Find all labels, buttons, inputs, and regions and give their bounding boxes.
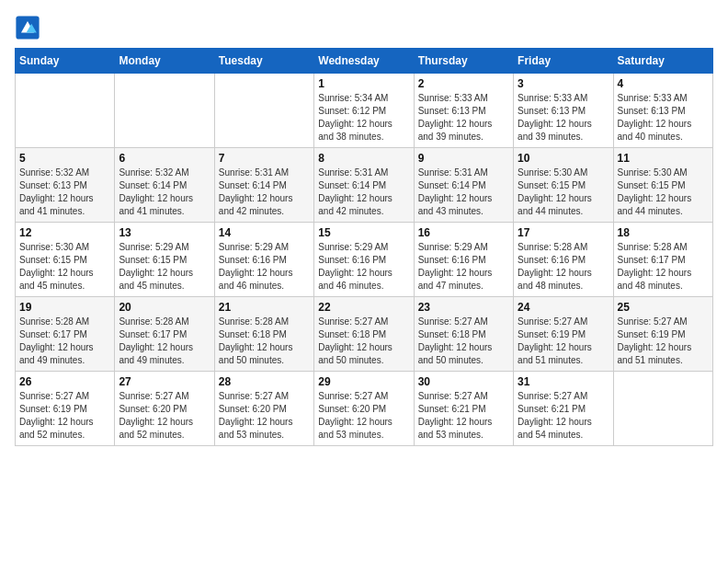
logo <box>15 15 44 40</box>
calendar-day-cell: 2Sunrise: 5:33 AM Sunset: 6:13 PM Daylig… <box>414 74 513 148</box>
day-info: Sunrise: 5:29 AM Sunset: 6:16 PM Dayligh… <box>418 241 509 293</box>
day-info: Sunrise: 5:27 AM Sunset: 6:19 PM Dayligh… <box>618 316 709 367</box>
day-number: 6 <box>119 152 210 165</box>
day-info: Sunrise: 5:31 AM Sunset: 6:14 PM Dayligh… <box>318 167 409 218</box>
calendar-day-cell: 28Sunrise: 5:27 AM Sunset: 6:20 PM Dayli… <box>214 372 313 446</box>
day-number: 3 <box>518 77 609 90</box>
day-info: Sunrise: 5:30 AM Sunset: 6:15 PM Dayligh… <box>618 167 709 218</box>
calendar-day-cell: 12Sunrise: 5:30 AM Sunset: 6:15 PM Dayli… <box>16 223 115 297</box>
day-info: Sunrise: 5:27 AM Sunset: 6:18 PM Dayligh… <box>318 316 409 367</box>
day-info: Sunrise: 5:27 AM Sunset: 6:21 PM Dayligh… <box>418 390 509 442</box>
day-number: 9 <box>418 152 509 165</box>
calendar-day-cell: 1Sunrise: 5:34 AM Sunset: 6:12 PM Daylig… <box>314 74 414 148</box>
weekday-header: Friday <box>514 49 613 74</box>
day-number: 23 <box>418 301 509 314</box>
calendar-day-cell: 24Sunrise: 5:27 AM Sunset: 6:19 PM Dayli… <box>514 297 613 372</box>
day-number: 12 <box>19 226 110 239</box>
calendar-day-cell: 26Sunrise: 5:27 AM Sunset: 6:19 PM Dayli… <box>16 372 115 446</box>
calendar-day-cell: 29Sunrise: 5:27 AM Sunset: 6:20 PM Dayli… <box>314 372 414 446</box>
calendar-day-cell: 31Sunrise: 5:27 AM Sunset: 6:21 PM Dayli… <box>514 372 613 446</box>
day-number: 26 <box>19 375 110 388</box>
day-number: 29 <box>318 375 409 388</box>
day-info: Sunrise: 5:28 AM Sunset: 6:16 PM Dayligh… <box>518 241 609 293</box>
day-info: Sunrise: 5:31 AM Sunset: 6:14 PM Dayligh… <box>418 167 509 218</box>
page-header <box>15 15 713 40</box>
weekday-header: Tuesday <box>214 49 313 74</box>
logo-icon <box>15 15 40 40</box>
calendar-day-cell: 9Sunrise: 5:31 AM Sunset: 6:14 PM Daylig… <box>414 148 513 223</box>
calendar-day-cell: 23Sunrise: 5:27 AM Sunset: 6:18 PM Dayli… <box>414 297 513 372</box>
calendar-day-cell: 21Sunrise: 5:28 AM Sunset: 6:18 PM Dayli… <box>214 297 313 372</box>
day-info: Sunrise: 5:29 AM Sunset: 6:16 PM Dayligh… <box>219 241 310 293</box>
day-number: 25 <box>618 301 709 314</box>
day-info: Sunrise: 5:27 AM Sunset: 6:20 PM Dayligh… <box>119 390 210 442</box>
day-number: 18 <box>618 226 709 239</box>
day-info: Sunrise: 5:27 AM Sunset: 6:21 PM Dayligh… <box>518 390 609 442</box>
calendar-day-cell: 7Sunrise: 5:31 AM Sunset: 6:14 PM Daylig… <box>214 148 313 223</box>
weekday-header: Saturday <box>613 49 712 74</box>
calendar-day-cell: 27Sunrise: 5:27 AM Sunset: 6:20 PM Dayli… <box>115 372 214 446</box>
day-info: Sunrise: 5:28 AM Sunset: 6:17 PM Dayligh… <box>119 316 210 367</box>
day-number: 13 <box>119 226 210 239</box>
day-number: 11 <box>618 152 709 165</box>
day-number: 2 <box>418 77 509 90</box>
calendar-day-cell: 8Sunrise: 5:31 AM Sunset: 6:14 PM Daylig… <box>314 148 414 223</box>
calendar-day-cell: 16Sunrise: 5:29 AM Sunset: 6:16 PM Dayli… <box>414 223 513 297</box>
calendar-week-row: 1Sunrise: 5:34 AM Sunset: 6:12 PM Daylig… <box>16 74 713 148</box>
day-info: Sunrise: 5:31 AM Sunset: 6:14 PM Dayligh… <box>219 167 310 218</box>
day-number: 10 <box>518 152 609 165</box>
weekday-header: Monday <box>115 49 214 74</box>
calendar-table: SundayMondayTuesdayWednesdayThursdayFrid… <box>15 48 713 446</box>
calendar-day-cell: 19Sunrise: 5:28 AM Sunset: 6:17 PM Dayli… <box>16 297 115 372</box>
day-number: 15 <box>318 226 409 239</box>
day-number: 17 <box>518 226 609 239</box>
day-number: 24 <box>518 301 609 314</box>
day-info: Sunrise: 5:27 AM Sunset: 6:20 PM Dayligh… <box>219 390 310 442</box>
day-info: Sunrise: 5:32 AM Sunset: 6:14 PM Dayligh… <box>119 167 210 218</box>
calendar-day-cell: 30Sunrise: 5:27 AM Sunset: 6:21 PM Dayli… <box>414 372 513 446</box>
calendar-day-cell: 3Sunrise: 5:33 AM Sunset: 6:13 PM Daylig… <box>514 74 613 148</box>
calendar-day-cell: 15Sunrise: 5:29 AM Sunset: 6:16 PM Dayli… <box>314 223 414 297</box>
day-number: 4 <box>618 77 709 90</box>
day-number: 8 <box>318 152 409 165</box>
day-info: Sunrise: 5:28 AM Sunset: 6:17 PM Dayligh… <box>618 241 709 293</box>
day-number: 14 <box>219 226 310 239</box>
calendar-day-cell: 13Sunrise: 5:29 AM Sunset: 6:15 PM Dayli… <box>115 223 214 297</box>
calendar-day-cell: 14Sunrise: 5:29 AM Sunset: 6:16 PM Dayli… <box>214 223 313 297</box>
calendar-day-cell: 18Sunrise: 5:28 AM Sunset: 6:17 PM Dayli… <box>613 223 712 297</box>
calendar-day-cell: 25Sunrise: 5:27 AM Sunset: 6:19 PM Dayli… <box>613 297 712 372</box>
weekday-header: Thursday <box>414 49 513 74</box>
calendar-day-cell: 6Sunrise: 5:32 AM Sunset: 6:14 PM Daylig… <box>115 148 214 223</box>
day-info: Sunrise: 5:30 AM Sunset: 6:15 PM Dayligh… <box>518 167 609 218</box>
day-number: 1 <box>318 77 409 90</box>
weekday-header: Wednesday <box>314 49 414 74</box>
day-number: 20 <box>119 301 210 314</box>
calendar-day-cell: 5Sunrise: 5:32 AM Sunset: 6:13 PM Daylig… <box>16 148 115 223</box>
day-info: Sunrise: 5:32 AM Sunset: 6:13 PM Dayligh… <box>19 167 110 218</box>
calendar-header-row: SundayMondayTuesdayWednesdayThursdayFrid… <box>16 49 713 74</box>
day-info: Sunrise: 5:29 AM Sunset: 6:15 PM Dayligh… <box>119 241 210 293</box>
day-number: 31 <box>518 375 609 388</box>
calendar-day-cell: 4Sunrise: 5:33 AM Sunset: 6:13 PM Daylig… <box>613 74 712 148</box>
calendar-week-row: 12Sunrise: 5:30 AM Sunset: 6:15 PM Dayli… <box>16 223 713 297</box>
day-info: Sunrise: 5:28 AM Sunset: 6:17 PM Dayligh… <box>19 316 110 367</box>
day-info: Sunrise: 5:28 AM Sunset: 6:18 PM Dayligh… <box>219 316 310 367</box>
calendar-day-cell: 22Sunrise: 5:27 AM Sunset: 6:18 PM Dayli… <box>314 297 414 372</box>
calendar-week-row: 26Sunrise: 5:27 AM Sunset: 6:19 PM Dayli… <box>16 372 713 446</box>
weekday-header: Sunday <box>16 49 115 74</box>
day-info: Sunrise: 5:29 AM Sunset: 6:16 PM Dayligh… <box>318 241 409 293</box>
calendar-day-cell: 11Sunrise: 5:30 AM Sunset: 6:15 PM Dayli… <box>613 148 712 223</box>
calendar-week-row: 5Sunrise: 5:32 AM Sunset: 6:13 PM Daylig… <box>16 148 713 223</box>
day-info: Sunrise: 5:33 AM Sunset: 6:13 PM Dayligh… <box>418 92 509 144</box>
calendar-day-cell <box>16 74 115 148</box>
day-number: 7 <box>219 152 310 165</box>
calendar-day-cell <box>214 74 313 148</box>
calendar-day-cell: 10Sunrise: 5:30 AM Sunset: 6:15 PM Dayli… <box>514 148 613 223</box>
calendar-day-cell: 17Sunrise: 5:28 AM Sunset: 6:16 PM Dayli… <box>514 223 613 297</box>
day-info: Sunrise: 5:27 AM Sunset: 6:19 PM Dayligh… <box>19 390 110 442</box>
day-info: Sunrise: 5:27 AM Sunset: 6:19 PM Dayligh… <box>518 316 609 367</box>
day-info: Sunrise: 5:33 AM Sunset: 6:13 PM Dayligh… <box>518 92 609 144</box>
day-info: Sunrise: 5:33 AM Sunset: 6:13 PM Dayligh… <box>618 92 709 144</box>
day-number: 27 <box>119 375 210 388</box>
day-number: 22 <box>318 301 409 314</box>
